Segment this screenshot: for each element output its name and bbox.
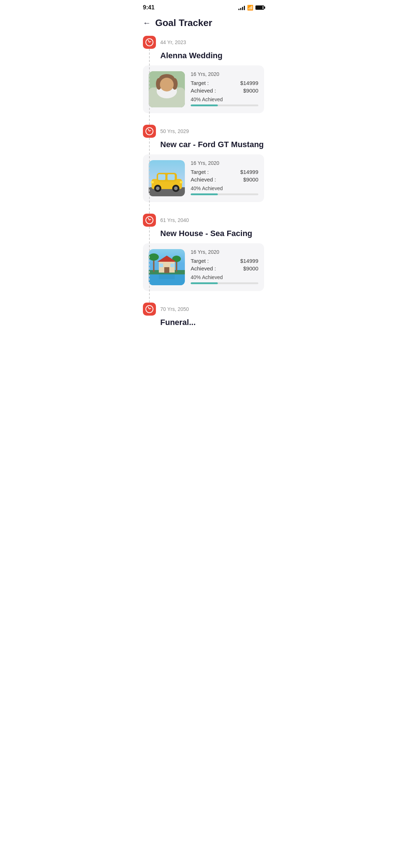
goal-card-3[interactable]: 16 Yrs, 2020 Target : $14999 Achieved : …	[143, 243, 264, 291]
status-bar: 9:41 📶	[136, 0, 271, 14]
signal-icon	[238, 5, 245, 10]
target-value-3: $14999	[240, 258, 258, 264]
goal-name-1: Alenna Wedding	[160, 51, 264, 60]
svg-point-6	[156, 78, 162, 90]
goal-details-1: 16 Yrs, 2020 Target : $14999 Achieved : …	[191, 71, 258, 106]
svg-rect-14	[158, 174, 165, 180]
svg-rect-31	[164, 267, 169, 273]
goal-age-2: 50 Yrs, 2029	[160, 128, 189, 134]
target-value-2: $14999	[240, 169, 258, 175]
goal-image-1	[149, 71, 185, 107]
goal-age-1: 44 Yr, 2023	[160, 39, 186, 45]
goal-age-4: 70 Yrs, 2050	[160, 306, 189, 312]
status-icons: 📶	[238, 5, 264, 10]
progress-bar-bg-1	[191, 104, 258, 106]
achieved-value-2: $9000	[243, 176, 258, 183]
goal-icon-2	[143, 125, 156, 138]
goal-achieved-row-3: Achieved : $9000	[191, 265, 258, 271]
goal-item-4: 70 Yrs, 2050 Funeral...	[143, 303, 264, 327]
achieved-label-3: Achieved :	[191, 265, 216, 271]
back-button[interactable]: ←	[143, 19, 151, 27]
progress-bar-fill-1	[191, 104, 218, 106]
svg-point-26	[149, 253, 159, 261]
goal-header-1: 44 Yr, 2023	[143, 36, 264, 49]
progress-label-3: 40% Achieved	[191, 274, 258, 280]
goal-age-3: 61 Yrs, 2040	[160, 217, 189, 223]
goal-detail-year-2: 16 Yrs, 2020	[191, 160, 258, 166]
goal-icon-1	[143, 36, 156, 49]
page-title: Goal Tracker	[155, 17, 212, 29]
goal-item-1: 44 Yr, 2023 Alenna Wedding	[143, 36, 264, 113]
goal-item-3: 61 Yrs, 2040 New House - Sea Facing	[143, 214, 264, 291]
progress-bar-fill-3	[191, 282, 218, 284]
goal-target-row-3: Target : $14999	[191, 258, 258, 264]
timeline-line-1	[149, 49, 150, 125]
svg-point-17	[156, 187, 160, 190]
svg-point-8	[163, 83, 165, 85]
clock-icon-2	[145, 127, 153, 135]
svg-point-3	[160, 80, 173, 90]
target-value-1: $14999	[240, 80, 258, 86]
goal-achieved-row-1: Achieved : $9000	[191, 87, 258, 94]
target-label-3: Target :	[191, 258, 209, 264]
svg-rect-20	[180, 181, 183, 183]
progress-bar-fill-2	[191, 193, 218, 195]
target-label-2: Target :	[191, 169, 209, 175]
svg-rect-33	[170, 264, 174, 267]
svg-rect-34	[159, 274, 175, 279]
timeline-line-2	[149, 138, 150, 214]
goal-target-row-2: Target : $14999	[191, 169, 258, 175]
goal-icon-3	[143, 214, 156, 227]
goal-name-2: New car - Ford GT Mustang	[160, 140, 264, 149]
goal-detail-year-3: 16 Yrs, 2020	[191, 249, 258, 255]
goal-name-3: New House - Sea Facing	[160, 229, 264, 238]
achieved-label-2: Achieved :	[191, 176, 216, 183]
svg-point-19	[174, 187, 178, 190]
timeline-line-3	[149, 227, 150, 303]
progress-bar-bg-3	[191, 282, 258, 284]
svg-rect-21	[151, 181, 154, 183]
header: ← Goal Tracker	[136, 14, 271, 36]
goal-icon-4	[143, 303, 156, 316]
achieved-value-1: $9000	[243, 87, 258, 94]
time-display: 9:41	[143, 4, 154, 11]
achieved-value-3: $9000	[243, 265, 258, 271]
goal-target-row-1: Target : $14999	[191, 80, 258, 86]
goal-detail-year-1: 16 Yrs, 2020	[191, 71, 258, 77]
goal-card-1[interactable]: 16 Yrs, 2020 Target : $14999 Achieved : …	[143, 65, 264, 113]
progress-label-1: 40% Achieved	[191, 97, 258, 102]
svg-rect-32	[160, 264, 163, 267]
wifi-icon: 📶	[247, 5, 253, 10]
goal-name-4: Funeral...	[160, 318, 264, 327]
svg-rect-15	[168, 174, 175, 180]
goal-header-2: 50 Yrs, 2029	[143, 125, 264, 138]
goal-header-3: 61 Yrs, 2040	[143, 214, 264, 227]
target-label-1: Target :	[191, 80, 209, 86]
svg-point-9	[169, 83, 171, 85]
svg-point-7	[172, 78, 178, 90]
goal-header-4: 70 Yrs, 2050	[143, 303, 264, 316]
goal-image-3	[149, 249, 185, 285]
goal-image-2	[149, 160, 185, 196]
goal-item-2: 50 Yrs, 2029 New car - Ford GT Mustang	[143, 125, 264, 202]
clock-icon-4	[145, 305, 153, 313]
progress-bar-bg-2	[191, 193, 258, 195]
achieved-label-1: Achieved :	[191, 87, 216, 94]
goal-details-2: 16 Yrs, 2020 Target : $14999 Achieved : …	[191, 160, 258, 195]
goal-details-3: 16 Yrs, 2020 Target : $14999 Achieved : …	[191, 249, 258, 284]
progress-label-2: 40% Achieved	[191, 185, 258, 191]
timeline: 44 Yr, 2023 Alenna Wedding	[136, 36, 271, 327]
goal-card-2[interactable]: 16 Yrs, 2020 Target : $14999 Achieved : …	[143, 154, 264, 202]
battery-icon	[255, 5, 264, 10]
clock-icon-3	[145, 216, 153, 224]
goal-achieved-row-2: Achieved : $9000	[191, 176, 258, 183]
svg-point-5	[159, 74, 175, 84]
clock-icon-1	[145, 38, 153, 46]
